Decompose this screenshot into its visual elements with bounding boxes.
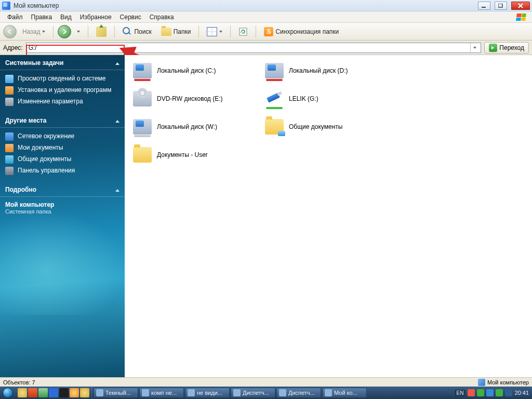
drive-label: Общие документы	[289, 123, 342, 130]
search-button[interactable]: Поиск	[119, 25, 155, 38]
start-orb-icon	[3, 388, 13, 398]
sidebar-link[interactable]: Панель управления	[4, 165, 121, 177]
menu-tools[interactable]: Сервис	[116, 12, 145, 22]
folder-icon	[161, 28, 171, 36]
svg-rect-0	[482, 7, 486, 8]
folders-button[interactable]: Папки	[157, 25, 195, 38]
drive-item[interactable]: Локальный диск (C:)	[132, 60, 262, 81]
menu-view[interactable]: Вид	[56, 12, 76, 22]
status-object-count: Объектов: 7	[3, 379, 35, 385]
drive-icon	[133, 119, 152, 135]
minimize-button[interactable]	[478, 2, 490, 10]
back-label[interactable]: Назад	[19, 25, 49, 38]
sidebar-link-icon	[5, 144, 14, 152]
address-field-wrap[interactable]	[26, 43, 482, 53]
svg-rect-2	[240, 28, 247, 35]
taskbar-task[interactable]: Мой ко...	[322, 388, 367, 398]
ql-app-icon[interactable]	[70, 388, 79, 397]
separator	[114, 25, 115, 38]
drive-item[interactable]: LELIK (G:)	[264, 88, 394, 109]
taskbar-task[interactable]: Диспетч...	[276, 388, 321, 398]
drive-label: DVD-RW дисковод (E:)	[157, 95, 223, 102]
ql-app-icon[interactable]	[49, 388, 58, 397]
close-button[interactable]	[511, 2, 530, 10]
tray-icon[interactable]	[505, 389, 512, 396]
start-button[interactable]	[0, 387, 16, 399]
status-location: Мой компьютер	[487, 379, 529, 385]
sidebar-link-icon	[5, 75, 14, 83]
sidebar-link-icon	[5, 86, 14, 95]
up-button[interactable]	[92, 25, 110, 38]
ql-firefox-icon[interactable]	[28, 388, 37, 397]
drive-item[interactable]: Документы - User	[132, 144, 262, 165]
sidebar-link[interactable]: Сетевое окружение	[4, 131, 121, 142]
refresh-button[interactable]	[235, 25, 251, 38]
forward-button[interactable]	[58, 25, 71, 38]
collapse-icon[interactable]	[115, 59, 119, 66]
refresh-icon	[238, 27, 248, 36]
task-label: не види...	[197, 390, 222, 396]
sync-button[interactable]: SСинхронизация папки	[260, 25, 342, 38]
address-label: Адрес:	[3, 44, 23, 51]
back-button[interactable]	[3, 25, 17, 38]
forward-dropdown[interactable]	[73, 25, 84, 38]
ql-app-icon[interactable]	[80, 388, 89, 397]
quick-launch	[16, 387, 92, 399]
task-label: комп не...	[151, 390, 177, 396]
drive-item[interactable]: DVD-RW дисковод (E:)	[132, 88, 262, 109]
dropdown-icon	[42, 31, 45, 33]
taskbar-task[interactable]: Темный...	[94, 388, 138, 398]
separator	[88, 25, 88, 38]
drive-icon	[133, 63, 152, 78]
taskbar-task[interactable]: комп не...	[139, 388, 184, 398]
ql-app-icon[interactable]	[38, 388, 48, 397]
task-label: Диспетч...	[243, 390, 269, 396]
drive-label: Локальный диск (C:)	[157, 67, 216, 74]
content-area[interactable]: Локальный диск (C:)Локальный диск (D:)DV…	[125, 55, 532, 377]
tray-icon[interactable]	[496, 389, 503, 396]
sidebar-link[interactable]: Мои документы	[4, 142, 121, 154]
drive-item[interactable]: Общие документы	[264, 116, 394, 137]
sidebar-link[interactable]: Установка и удаление программ	[4, 85, 121, 96]
task-icon	[142, 389, 149, 396]
sidebar-link[interactable]: Общие документы	[4, 154, 121, 165]
details-type: Системная папка	[5, 208, 119, 215]
separator	[256, 25, 256, 38]
tray-icon[interactable]	[468, 389, 475, 396]
task-label: Мой ко...	[334, 390, 357, 396]
sidebar-link[interactable]: Изменение параметра	[4, 96, 121, 108]
menu-edit[interactable]: Правка	[27, 12, 57, 22]
drive-item[interactable]: Локальный диск (W:)	[132, 116, 262, 137]
panel-title: Подробно	[5, 186, 36, 193]
ql-app-icon[interactable]	[59, 388, 69, 397]
menu-help[interactable]: Справка	[145, 12, 178, 22]
sidebar-link[interactable]: Просмотр сведений о системе	[4, 73, 121, 85]
panel-other-places: Другие места Сетевое окружениеМои докуме…	[0, 113, 125, 182]
taskbar: Темный...комп не...не види...Диспетч...Д…	[0, 387, 532, 399]
go-arrow-icon	[489, 44, 497, 52]
taskbar-task[interactable]: Диспетч...	[231, 388, 275, 398]
maximize-button[interactable]	[495, 2, 507, 10]
views-button[interactable]	[203, 25, 226, 38]
panel-system-tasks: Системные задачи Просмотр сведений о сис…	[0, 55, 125, 113]
menu-file[interactable]: Файл	[3, 12, 27, 22]
drive-label: LELIK (G:)	[289, 95, 318, 102]
menu-favorites[interactable]: Избранное	[76, 12, 116, 22]
titlebar: Мой компьютер	[0, 0, 532, 11]
address-input[interactable]	[29, 43, 471, 52]
tray-icon[interactable]	[486, 389, 494, 396]
collapse-icon[interactable]	[115, 186, 119, 193]
tray-icon[interactable]	[477, 389, 484, 396]
sidebar-link-icon	[5, 132, 14, 141]
ql-chrome-icon[interactable]	[18, 388, 27, 397]
address-dropdown[interactable]	[470, 43, 478, 52]
taskbar-task[interactable]: не види...	[185, 388, 230, 398]
collapse-icon[interactable]	[115, 117, 119, 124]
clock[interactable]: 20:41	[514, 390, 529, 396]
go-button[interactable]: Переход	[484, 42, 529, 54]
task-icon	[96, 389, 103, 396]
sidebar-link-label: Мои документы	[18, 144, 63, 152]
drive-item[interactable]: Локальный диск (D:)	[264, 60, 394, 81]
language-indicator[interactable]: EN	[455, 390, 466, 396]
drive-label: Локальный диск (D:)	[289, 67, 348, 74]
